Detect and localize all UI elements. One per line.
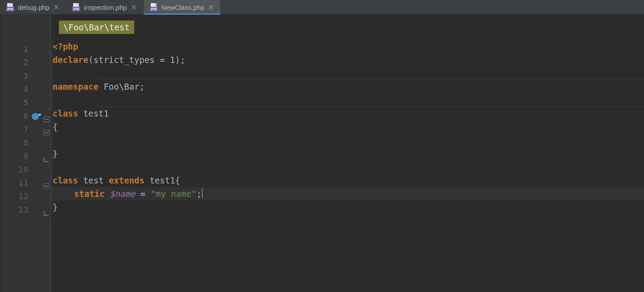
tab-label: NewClass.php	[161, 4, 205, 11]
line-number[interactable]: 3	[6, 69, 50, 83]
code-line[interactable]: }	[51, 147, 644, 160]
close-icon[interactable]	[131, 4, 137, 10]
tab-label: debug.php	[18, 4, 50, 11]
override-gutter-icon[interactable]	[32, 113, 39, 120]
code-line[interactable]: declare(strict_types = 1);	[51, 53, 644, 67]
breadcrumb[interactable]: \Foo\Bar\test	[59, 21, 134, 34]
fold-toggle-icon[interactable]	[43, 113, 50, 119]
gutter: 12345678910111213	[6, 15, 51, 292]
tab-bar: phpdebug.phpphpinspection.phpphpNewClass…	[0, 0, 644, 15]
tab-label: inspection.php	[84, 4, 127, 11]
line-number[interactable]: 4	[6, 83, 50, 96]
code-line[interactable]	[51, 67, 644, 80]
fold-end-icon	[43, 207, 50, 213]
code-line[interactable]	[51, 133, 644, 147]
line-number[interactable]: 5	[6, 96, 50, 109]
code-line[interactable]	[51, 160, 644, 174]
fold-toggle-icon[interactable]	[43, 180, 50, 186]
line-number[interactable]: 1	[6, 42, 50, 56]
tab-inspection-php[interactable]: phpinspection.php	[66, 0, 144, 14]
left-rail	[0, 15, 6, 292]
editor-area: 12345678910111213 \Foo\Bar\test <?php de…	[0, 15, 644, 292]
close-icon[interactable]	[208, 4, 214, 10]
line-number[interactable]: 6	[6, 109, 50, 123]
php-file-icon: php	[72, 3, 80, 11]
line-number[interactable]: 8	[6, 136, 50, 150]
line-number[interactable]: 10	[6, 163, 50, 176]
line-number[interactable]: 12	[6, 190, 50, 203]
line-number[interactable]: 9	[6, 150, 50, 163]
code-line[interactable]: namespace Foo\Bar;	[51, 80, 644, 93]
fold-toggle-icon[interactable]	[43, 126, 50, 133]
tab-newclass-php[interactable]: phpNewClass.php	[144, 0, 221, 14]
line-number[interactable]: 2	[6, 56, 50, 69]
line-number[interactable]: 7	[6, 123, 50, 136]
code-line[interactable]: {	[51, 120, 644, 133]
fold-end-icon	[43, 153, 50, 159]
code-line[interactable]: }	[51, 200, 644, 214]
tab-debug-php[interactable]: phpdebug.php	[0, 0, 66, 14]
close-icon[interactable]	[53, 4, 59, 10]
code-line[interactable]: <?php	[51, 40, 644, 53]
code-line-current[interactable]: static $name = "my name";	[51, 187, 644, 200]
line-number[interactable]: 13	[6, 203, 50, 217]
code-line[interactable]: class test1	[51, 107, 644, 120]
code-line[interactable]: class test extends test1{	[51, 174, 644, 187]
code-line[interactable]	[51, 93, 644, 107]
php-file-icon: php	[150, 3, 158, 11]
code-area[interactable]: \Foo\Bar\test <?php declare(strict_types…	[51, 15, 644, 292]
line-number[interactable]: 11	[6, 176, 50, 190]
php-file-icon: php	[6, 3, 14, 11]
text-caret	[202, 188, 202, 198]
